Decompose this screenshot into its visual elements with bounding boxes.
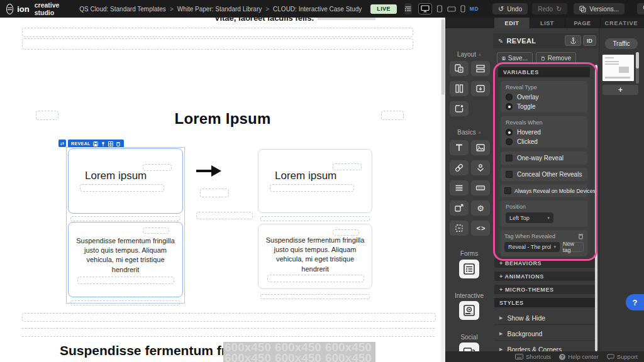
layout-container-import-tool[interactable] [471,81,490,96]
reveal-card-back-selected[interactable]: Suspendisse fermentum fringilla justo qu… [68,222,183,297]
basics-code-tool[interactable]: < > [471,221,490,236]
grid-icon[interactable] [108,141,113,146]
help-center-link[interactable]: ? Help center [559,353,599,360]
breadcrumb-portal[interactable]: QS Cloud: Standard Templates [79,6,166,13]
device-desktop-button[interactable] [418,3,432,14]
layout-columns-tool[interactable] [450,81,469,96]
reveal-card-back[interactable]: Suspendisse fermentum fringilla justo qu… [258,224,372,289]
canvas-scrollbar-track[interactable] [441,18,445,362]
toolbox-group-forms[interactable]: Forms [445,250,493,257]
placeholder-line[interactable] [22,328,435,329]
help-pill-button[interactable]: ? [626,294,644,310]
pencil-icon[interactable]: ✎ [498,38,503,45]
radio-hovered[interactable]: Hovered [506,129,582,136]
behaviors-section-toggle[interactable]: + BEHAVIORS [494,258,595,268]
device-tablet-button[interactable] [436,5,443,13]
breadcrumb-creative[interactable]: CLOUD: Interactive Case Study [273,6,362,13]
radio-overlay[interactable]: Overlay [506,94,582,101]
basics-anchor-link-tool[interactable] [471,160,490,175]
layout-container-dot-tool[interactable] [450,101,469,116]
placeholder-small[interactable] [143,164,172,171]
breakpoint-md-label[interactable]: MD [470,6,479,12]
position-dropdown[interactable]: Left Top ▾ [506,212,553,223]
properties-scrollbar-thumb[interactable] [595,65,597,351]
placeholder-underline[interactable] [77,277,174,284]
card-paragraph-text[interactable]: Suspendisse fermentum fringilla justo qu… [264,236,367,274]
style-item-show-hide[interactable]: ▶ Show & Hide [494,311,595,325]
placeholder-strip[interactable] [260,294,370,299]
card-title-text[interactable]: Lorem ipsum [85,170,147,182]
basics-settings-tool[interactable]: ⚙ [471,200,490,216]
reveal-card-front-selected[interactable]: Lorem ipsum [68,148,183,214]
placeholder-underline[interactable] [267,275,364,282]
traffic-button[interactable]: Traffic [605,38,638,49]
placeholder-small[interactable] [333,163,362,170]
toolbox-group-layout[interactable]: Layout˄ [445,51,493,58]
basics-export-tool[interactable] [450,200,469,216]
reveal-card-front[interactable]: Lorem ipsum [258,149,372,213]
redo-button[interactable]: Redo ↻ [532,3,567,14]
layout-duplicate-tool[interactable] [450,61,469,76]
save-icon[interactable] [93,141,98,146]
trash-icon[interactable] [116,141,121,146]
pin-icon[interactable] [101,141,106,146]
device-phone-button[interactable] [460,5,466,13]
canvas-heading[interactable]: Lorem Ipsum [0,110,445,128]
reveal-drag-handle[interactable]: ⇄ [58,140,66,147]
versions-button[interactable]: Versions... [574,3,625,14]
placeholder-small[interactable] [196,212,253,219]
trash-icon[interactable] [578,233,584,239]
placeholder-strip[interactable] [70,216,180,221]
styles-section-header[interactable]: STYLES [494,298,595,307]
basics-image-tool[interactable] [471,140,490,155]
animations-section-toggle[interactable]: + ANIMATIONS [494,272,595,281]
toolbox-group-social[interactable]: Social [445,334,493,341]
placeholder-small[interactable] [333,229,359,236]
tag-dropdown[interactable]: Reveal - The probl ▾ [504,242,560,252]
new-tag-button[interactable]: New tag [562,242,584,252]
style-item-background[interactable]: ▶ Background [494,327,595,341]
placeholder-strip[interactable] [260,216,370,221]
tag-map-button[interactable]: Tag Map [637,3,644,14]
radio-toggle[interactable]: Toggle [506,103,582,110]
placeholder-underline[interactable] [270,184,354,192]
outline-view-button[interactable] [404,3,412,14]
radio-clicked[interactable]: Clicked [506,138,582,145]
basics-text-tool[interactable] [450,140,469,155]
editor-canvas[interactable]: Lorem Ipsum ⇄ REVEAL [0,18,445,362]
save-button[interactable]: Save... [497,52,533,64]
tab-edit[interactable]: EDIT [494,18,530,28]
arrow-right-icon[interactable] [194,163,223,178]
forms-tool[interactable] [459,260,479,278]
placeholder-line[interactable] [22,336,435,337]
toolbox-group-interactive[interactable]: Interactive [445,292,493,299]
placeholder-underline[interactable] [80,184,164,192]
creative-scrollbar[interactable] [636,52,639,84]
placeholder-row[interactable] [22,38,413,50]
toolbox-group-basics[interactable]: Basics˄ [445,129,493,136]
placeholder-small[interactable] [143,228,169,234]
tab-page[interactable]: PAGE [565,18,601,28]
shortcuts-link[interactable]: Shortcuts [515,353,551,360]
layout-rows-tool[interactable] [471,61,490,76]
basics-link-tool[interactable] [450,160,469,175]
micro-themes-section-toggle[interactable]: + MICRO-THEMES [494,285,595,294]
page-thumbnail[interactable] [602,55,634,81]
canvas-scrollbar-thumb[interactable] [441,19,445,95]
placeholder-small[interactable] [200,189,229,197]
interactive-tool[interactable] [459,301,479,320]
card-title-text[interactable]: Lorem ipsum [275,170,336,182]
support-link[interactable]: Support [607,353,638,360]
checkbox-one-way-reveal[interactable]: One-way Reveal [501,151,587,165]
checkbox-always-reveal-mobile[interactable]: Always Reveal on Mobile Devices [501,184,587,197]
undo-button[interactable]: ↺ Undo [492,3,528,14]
id-button[interactable]: ID [583,35,596,46]
placeholder-strip[interactable] [70,300,180,305]
remove-button[interactable]: Remove [536,52,576,64]
variables-section-header[interactable]: VARIABLES [498,67,590,77]
placeholder-row[interactable] [22,28,413,37]
device-tablet-landscape-button[interactable] [447,5,456,13]
add-page-button[interactable]: + [602,85,638,95]
breadcrumb-library[interactable]: White Paper: Standard Library [177,6,262,13]
basics-list-tool[interactable] [450,180,469,195]
